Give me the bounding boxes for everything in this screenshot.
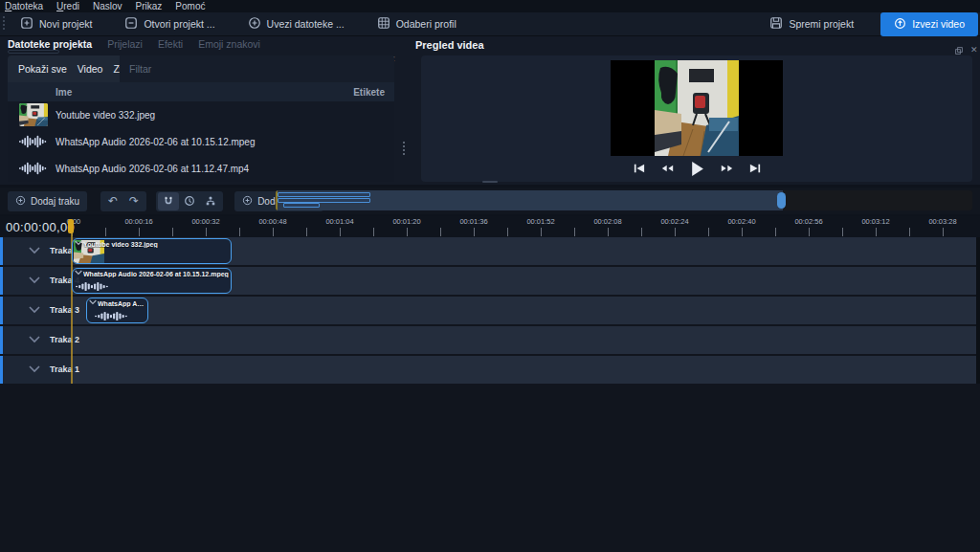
track-menu-chevron-icon[interactable] <box>29 276 40 284</box>
tab-prijelazi[interactable]: Prijelazi <box>107 38 143 50</box>
menu-datoteka[interactable]: Datoteka <box>5 1 43 11</box>
play-button[interactable] <box>690 161 704 177</box>
track-row[interactable]: Traka 3 WhatsApp Audi... <box>0 297 976 324</box>
timeline-zoom-scrollbar[interactable] <box>276 190 972 210</box>
clip-youtube-video[interactable]: Youtube video 332.jpeg <box>72 238 232 264</box>
track-header[interactable]: Traka 4 <box>0 267 72 295</box>
file-row[interactable]: WhatsApp Audio 2026-02-06 at 11.12.47.mp… <box>8 155 394 182</box>
ruler-label: 00:02:24 <box>660 217 688 226</box>
tab-emoji-znakovi[interactable]: Emoji znakovi <box>198 38 260 50</box>
menu-prikaz[interactable]: Prikaz <box>136 1 163 11</box>
filter-video-button[interactable]: Video <box>78 63 103 75</box>
app-window: Datoteka Uredi Naslov Prikaz Pomoć Novi … <box>0 0 980 552</box>
redo-icon[interactable]: ↷ <box>123 192 145 210</box>
clip-menu-chevron-icon[interactable] <box>89 299 97 305</box>
ruler-label: 00:00:32 <box>191 217 219 226</box>
track-row[interactable]: Traka 1 <box>0 356 976 384</box>
ruler-label: 00:03:28 <box>928 217 956 226</box>
zoom-slider-handle[interactable] <box>777 192 786 209</box>
track-row[interactable]: Traka 5 Youtube video 332.jpeg <box>0 237 976 265</box>
timeline-right-edge <box>976 237 980 384</box>
jump-to-end-button[interactable] <box>749 163 761 174</box>
import-files-button[interactable]: Uvezi datoteke ... <box>238 13 354 34</box>
filter-show-all-button[interactable]: Pokaži sve <box>18 63 67 75</box>
track-row[interactable]: Traka 2 <box>0 326 976 354</box>
file-name: WhatsApp Audio 2026-02-06 at 11.12.47.mp… <box>56 164 249 174</box>
open-project-button[interactable]: Otvori projekt ... <box>115 13 224 34</box>
ruler-label: 00:01:52 <box>526 217 554 226</box>
file-thumbnail <box>19 103 48 126</box>
import-files-icon <box>248 16 261 32</box>
file-row[interactable]: WhatsApp Audio 2026-02-06 at 10.15.12.mp… <box>8 128 394 155</box>
rewind-button[interactable] <box>661 163 674 174</box>
track-menu-chevron-icon[interactable] <box>29 336 40 343</box>
toolbar-drag-handle[interactable] <box>2 16 7 32</box>
track-menu-chevron-icon[interactable] <box>29 247 40 254</box>
ruler-label: 00:01:36 <box>459 217 487 226</box>
add-track-icon <box>15 195 26 208</box>
clip-title: Youtube video 332.jpeg <box>83 241 229 248</box>
jump-to-start-button[interactable] <box>634 163 645 174</box>
panel-resize-handle[interactable] <box>482 181 498 183</box>
export-video-button[interactable]: Izvezi video <box>880 12 978 36</box>
current-time-display: 00:00:00,00 <box>6 220 75 234</box>
ruler-label: 00:00:48 <box>258 217 286 226</box>
active-tab-indicator <box>8 50 59 54</box>
menu-pomoc[interactable]: Pomoć <box>175 1 205 11</box>
track-row[interactable]: Traka 4 WhatsApp Audio 2026-02-06 at 10.… <box>0 267 976 295</box>
preview-panel-title: Pregled videa <box>415 39 484 51</box>
undo-redo-group: ↶ ↷ <box>100 191 146 211</box>
track-header[interactable]: Traka 3 <box>0 297 72 324</box>
tab-datoteke-projekta[interactable]: Datoteke projekta <box>8 38 92 50</box>
file-row[interactable]: Youtube video 332.jpeg <box>8 101 394 128</box>
razor-tool-icon[interactable] <box>179 192 200 210</box>
snapping-magnet-icon[interactable] <box>158 192 179 210</box>
ruler-label: 00:02:08 <box>593 217 621 226</box>
clip-whatsapp-audio-1[interactable]: WhatsApp Audio 2026-02-06 at 10.15.12.mp… <box>72 268 232 294</box>
filter-input[interactable] <box>120 55 394 82</box>
playhead-marker[interactable] <box>68 219 74 233</box>
audio-waveform-icon <box>19 132 48 151</box>
track-header[interactable]: Traka 5 <box>0 237 72 265</box>
split-clip-icon[interactable] <box>200 192 221 210</box>
column-name[interactable]: Ime <box>56 87 72 98</box>
tab-efekti[interactable]: Efekti <box>158 38 183 50</box>
fast-forward-button[interactable] <box>721 163 733 174</box>
add-track-button[interactable]: Dodaj traku <box>8 191 87 211</box>
timeline-ruler[interactable]: 00:00:00,00 0:00 00:00:16 00:00:32 00:00… <box>0 216 980 237</box>
clip-whatsapp-audio-2[interactable]: WhatsApp Audi... <box>86 298 148 323</box>
ruler-ticks <box>72 228 972 236</box>
files-list-header: Ime Etikete <box>8 82 394 101</box>
menu-bar: Datoteka Uredi Naslov Prikaz Pomoć <box>0 0 980 12</box>
choose-profile-button[interactable]: Odaberi profil <box>368 13 466 34</box>
video-frame <box>655 60 739 156</box>
menu-naslov[interactable]: Naslov <box>93 1 122 11</box>
track-header[interactable]: Traka 1 <box>0 356 72 384</box>
add-marker-icon <box>242 195 253 208</box>
splitter-handle-icon <box>403 142 405 155</box>
track-header[interactable]: Traka 2 <box>0 326 72 354</box>
ruler-label: 00:03:12 <box>861 217 889 226</box>
track-menu-chevron-icon[interactable] <box>29 306 40 314</box>
video-stage <box>611 60 783 156</box>
new-project-button[interactable]: Novi projekt <box>11 13 101 34</box>
files-panel-body: Pokaži sve Video Zvuk Slika Ime Etikete <box>8 55 394 182</box>
track-name: Traka 1 <box>50 364 79 374</box>
undo-icon[interactable]: ↶ <box>102 192 123 210</box>
menu-uredi[interactable]: Uredi <box>56 1 79 11</box>
main-toolbar: Novi projekt Otvori projekt ... Uvezi da… <box>0 12 980 36</box>
save-project-button[interactable]: Spremi projekt <box>760 13 863 34</box>
minimap-clip <box>278 192 370 197</box>
dock-panels: Datoteke projekta Prijelazi Efekti Emoji… <box>0 36 980 185</box>
clip-menu-chevron-icon[interactable] <box>75 240 82 246</box>
timeline-toolbar: Dodaj traku ↶ ↷ Dodaj oznaku <box>0 188 980 214</box>
ruler-label: 00:00:16 <box>124 217 152 226</box>
track-menu-chevron-icon[interactable] <box>29 365 40 373</box>
new-project-icon <box>20 16 33 32</box>
close-panel-icon[interactable]: ✕ <box>970 46 978 54</box>
track-accent-bar <box>0 267 3 295</box>
column-labels[interactable]: Etikete <box>353 87 385 98</box>
panel-splitter[interactable] <box>394 36 413 185</box>
project-files-panel: Datoteke projekta Prijelazi Efekti Emoji… <box>0 36 394 185</box>
clip-menu-chevron-icon[interactable] <box>75 270 82 276</box>
